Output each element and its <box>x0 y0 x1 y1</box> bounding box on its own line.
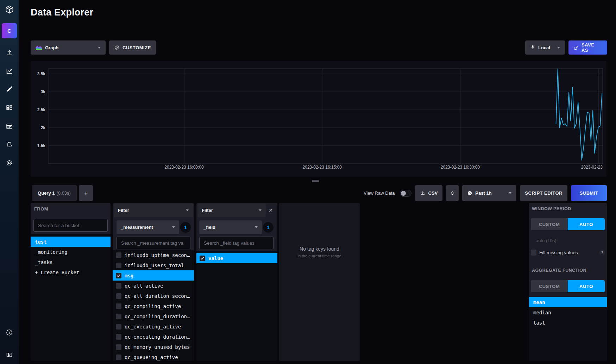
sidebar-item-pencil[interactable] <box>0 81 19 97</box>
download-icon <box>420 190 426 196</box>
filter-label: Filter <box>118 208 129 213</box>
x-axis-label: 2023-02-23 16:15:00 <box>303 165 342 170</box>
bucket-item[interactable]: _tasks <box>31 257 111 267</box>
aggregate-mode-toggle: CUSTOM AUTO <box>531 280 605 292</box>
checkbox[interactable] <box>116 293 121 299</box>
measurement-search-input[interactable]: Search _measurement tag va <box>117 237 190 249</box>
window-custom-button[interactable]: CUSTOM <box>531 218 568 230</box>
from-panel-top: FROM Search for a bucket <box>31 203 111 234</box>
calendar-icon <box>6 123 13 130</box>
checkbox[interactable] <box>116 283 121 289</box>
create-bucket-item[interactable]: + Create Bucket <box>31 267 111 277</box>
empty-panel-subtitle: in the current time range <box>279 254 360 258</box>
influxdb-logo-icon[interactable] <box>0 0 19 19</box>
user-avatar[interactable]: C <box>2 23 17 38</box>
sidebar-item-upload[interactable] <box>0 45 19 61</box>
checkbox[interactable] <box>116 303 121 309</box>
tag-key-dropdown-field[interactable]: _field <box>199 220 262 234</box>
y-axis-label: 3.5k <box>37 71 46 76</box>
help-icon[interactable]: ? <box>599 250 605 256</box>
y-axis-label: 2.5k <box>37 107 46 112</box>
selected-count-badge: 1 <box>263 222 274 233</box>
gear-icon <box>114 45 120 50</box>
measurement-item[interactable]: qc_compiling_active <box>113 301 194 311</box>
local-dropdown[interactable]: Local <box>525 40 565 55</box>
measurement-item[interactable]: qc_queueing_active <box>113 352 194 361</box>
graph-type-dropdown[interactable]: Graph <box>31 40 106 55</box>
measurement-item[interactable]: qc_all_duration_secon… <box>113 291 194 301</box>
view-toolbar: Graph CUSTOMIZE <box>31 40 156 55</box>
chart-panel: 3.5k3k2.5k2k1.5k2023-02-23 16:00:002023-… <box>31 61 606 177</box>
bucket-item[interactable]: _monitoring <box>31 247 111 257</box>
refresh-button[interactable] <box>446 185 459 201</box>
filter-label: Filter <box>202 208 213 213</box>
customize-button[interactable]: CUSTOMIZE <box>109 40 156 55</box>
filter-type-dropdown[interactable]: Filter <box>114 203 193 217</box>
filter-type-dropdown[interactable]: Filter <box>197 203 266 217</box>
field-item[interactable]: value <box>196 253 277 263</box>
measurement-item[interactable]: influxdb_users_total <box>113 260 194 270</box>
measurement-item[interactable]: qc_executing_duration… <box>113 332 194 342</box>
view-raw-data-toggle[interactable] <box>400 190 411 197</box>
aggregate-custom-button[interactable]: CUSTOM <box>531 280 568 292</box>
bucket-item[interactable]: test <box>31 237 111 247</box>
gear-icon <box>6 159 13 167</box>
help-button[interactable]: ? <box>0 325 19 340</box>
checkbox[interactable] <box>200 256 205 261</box>
x-axis-label: 2023-02-23 <box>581 165 603 170</box>
graph-type-label: Graph <box>45 45 58 50</box>
measurement-item[interactable]: qc_compiling_duration… <box>113 311 194 321</box>
add-query-button[interactable]: + <box>79 185 93 201</box>
remove-filter-button[interactable]: × <box>267 207 275 214</box>
save-as-button[interactable]: SAVE AS <box>568 40 607 55</box>
chevron-down-icon <box>255 226 258 228</box>
bucket-search-input[interactable]: Search for a bucket <box>33 219 108 232</box>
sidebar-item-dashboards[interactable] <box>0 100 19 115</box>
tag-key-dropdown-measurement[interactable]: _measurement <box>117 220 179 234</box>
aggregate-auto-button[interactable]: AUTO <box>568 280 605 292</box>
chart-resize-handle[interactable] <box>310 179 320 182</box>
view-raw-data-label: View Raw Data <box>364 190 395 196</box>
item-label: msg <box>125 273 133 278</box>
query-tab[interactable]: Query 1 (0.03s) <box>32 185 77 201</box>
tag-key-label: _field <box>203 225 215 230</box>
sidebar-item-graph[interactable] <box>0 63 19 79</box>
checkbox[interactable] <box>116 324 121 330</box>
page-title: Data Explorer <box>31 7 93 18</box>
item-label: qc_compiling_active <box>125 303 181 309</box>
window-auto-button[interactable]: AUTO <box>568 218 605 230</box>
fill-missing-checkbox[interactable] <box>531 250 536 256</box>
save-as-label: SAVE AS <box>582 42 602 53</box>
sidebar-item-gear[interactable] <box>0 155 19 170</box>
function-item[interactable]: last <box>529 318 607 328</box>
checkbox[interactable] <box>116 334 121 340</box>
chevron-down-icon <box>259 209 262 211</box>
checkbox[interactable] <box>116 263 121 268</box>
csv-button[interactable]: CSV <box>415 185 443 201</box>
sidebar-item-calendar[interactable] <box>0 118 19 134</box>
time-range-dropdown[interactable]: Past 1h <box>462 185 516 201</box>
sidebar-item-bell[interactable] <box>0 137 19 152</box>
function-item[interactable]: mean <box>529 297 607 307</box>
time-series-chart[interactable]: 3.5k3k2.5k2k1.5k2023-02-23 16:00:002023-… <box>31 61 606 177</box>
checkbox[interactable] <box>116 354 121 360</box>
sidebar: C ? <box>0 0 19 364</box>
measurement-item[interactable]: influxdb_uptime_secon… <box>113 250 194 260</box>
checkbox[interactable] <box>116 273 121 278</box>
check-icon <box>117 274 121 278</box>
window-auto-hint: auto (10s) <box>536 238 557 243</box>
script-editor-button[interactable]: SCRIPT EDITOR <box>520 185 567 201</box>
submit-button[interactable]: SUBMIT <box>571 185 607 201</box>
checkbox[interactable] <box>116 314 121 319</box>
checkbox[interactable] <box>116 344 121 350</box>
x-axis-label: 2023-02-23 16:00:00 <box>164 165 204 170</box>
chevron-down-icon <box>98 47 101 49</box>
measurement-item[interactable]: msg <box>113 270 194 281</box>
measurement-item[interactable]: qc_executing_active <box>113 321 194 332</box>
expand-sidebar-button[interactable] <box>0 347 19 362</box>
checkbox[interactable] <box>116 252 121 258</box>
function-item[interactable]: median <box>529 307 607 318</box>
measurement-item[interactable]: qc_all_active <box>113 281 194 291</box>
field-search-input[interactable]: Search _field tag values <box>199 237 274 249</box>
measurement-item[interactable]: qc_memory_unused_bytes <box>113 342 194 352</box>
